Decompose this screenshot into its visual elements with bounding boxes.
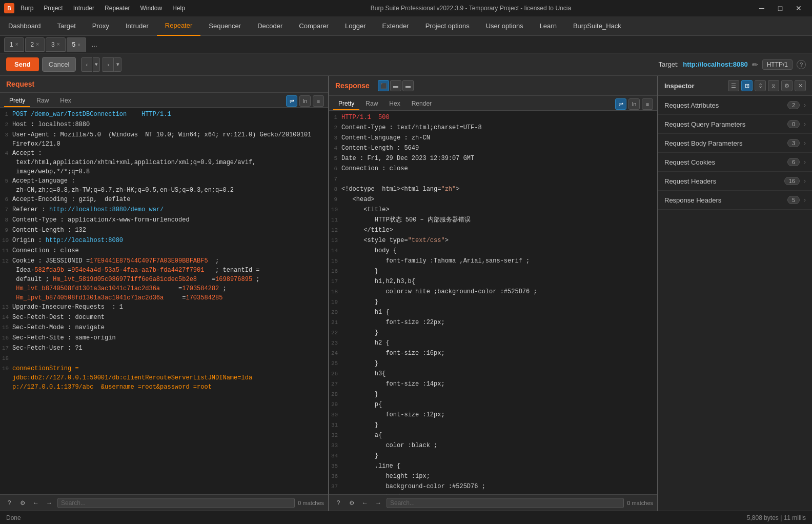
nav-extender[interactable]: Extender bbox=[374, 16, 417, 36]
toolbar: Send Cancel ‹ ▾ › ▾ Target: http://local… bbox=[0, 53, 812, 76]
send-button[interactable]: Send bbox=[6, 57, 39, 71]
request-line-13: 13 Upgrade-Insecure-Requests : 1 bbox=[0, 303, 328, 313]
nav-learn[interactable]: Learn bbox=[532, 16, 565, 36]
forward-button[interactable]: › bbox=[103, 57, 114, 72]
close-button[interactable]: ✕ bbox=[789, 1, 808, 16]
response-line-35: 35 .line { bbox=[329, 461, 657, 472]
help-icon[interactable]: ? bbox=[797, 60, 806, 69]
inspector-settings-icon[interactable]: ⚙ bbox=[781, 80, 793, 91]
request-header: Request bbox=[0, 76, 328, 93]
response-line-21: 21 font-size :22px; bbox=[329, 318, 657, 328]
inspector-item-cookies[interactable]: Request Cookies 6 › bbox=[658, 153, 812, 172]
nav-logger[interactable]: Logger bbox=[337, 16, 374, 36]
inspector-item-body-params[interactable]: Request Body Parameters 3 › bbox=[658, 134, 812, 153]
nav-user-options[interactable]: User options bbox=[478, 16, 532, 36]
response-line-16: 16 } bbox=[329, 267, 657, 277]
inspector-filter-icon[interactable]: ⧖ bbox=[768, 80, 779, 91]
request-word-wrap-icon[interactable]: ⇌ bbox=[286, 95, 297, 107]
inspector-chevron-0: › bbox=[804, 102, 806, 109]
response-ln-icon[interactable]: ln bbox=[628, 98, 640, 110]
nav-dashboard[interactable]: Dashboard bbox=[0, 16, 49, 36]
maximize-button[interactable]: □ bbox=[771, 1, 789, 16]
request-tab-hex[interactable]: Hex bbox=[55, 95, 76, 107]
response-tab-pretty[interactable]: Pretty bbox=[333, 98, 359, 110]
response-search-bar: ? ⚙ ← → 0 matches bbox=[329, 494, 657, 511]
response-tab-hex[interactable]: Hex bbox=[384, 98, 405, 110]
minimize-button[interactable]: ─ bbox=[753, 1, 771, 16]
inspector-close-icon[interactable]: ✕ bbox=[795, 80, 806, 91]
response-line-36: 36 height :1px; bbox=[329, 472, 657, 482]
view-left-icon[interactable]: ▬ bbox=[390, 80, 401, 91]
request-search-help-icon[interactable]: ? bbox=[4, 498, 14, 508]
status-size: 5,808 bytes | 11 millis bbox=[747, 514, 806, 521]
inspector-item-response-headers[interactable]: Response Headers 5 › bbox=[658, 191, 812, 210]
response-menu-icon[interactable]: ≡ bbox=[642, 98, 653, 110]
tab-3[interactable]: 3× bbox=[46, 37, 66, 52]
forward-dropdown[interactable]: ▾ bbox=[114, 57, 121, 72]
cancel-button[interactable]: Cancel bbox=[42, 57, 76, 72]
http-version-badge[interactable]: HTTP/1 bbox=[762, 59, 793, 70]
inspector-chevron-4: › bbox=[804, 177, 806, 185]
request-search-forward-icon[interactable]: → bbox=[44, 498, 54, 508]
response-line-2: 2 Content-Type : text/html;charset=UTF-8 bbox=[329, 123, 657, 133]
titlebar: B Burp Project Intruder Repeater Window … bbox=[0, 0, 812, 16]
nav-proxy[interactable]: Proxy bbox=[84, 16, 117, 36]
request-ln-icon[interactable]: ln bbox=[299, 95, 311, 107]
inspector-count-response-headers: 5 bbox=[787, 196, 800, 204]
request-tab-raw[interactable]: Raw bbox=[31, 95, 54, 107]
back-button[interactable]: ‹ bbox=[81, 57, 92, 72]
response-search-settings-icon[interactable]: ⚙ bbox=[347, 498, 357, 508]
response-word-wrap-icon[interactable]: ⇌ bbox=[615, 98, 626, 110]
nav-project-options[interactable]: Project options bbox=[417, 16, 478, 36]
request-menu-icon[interactable]: ≡ bbox=[313, 95, 324, 107]
request-panel: Request Pretty Raw Hex ⇌ ln ≡ 1 POST /de… bbox=[0, 76, 329, 511]
inspector-align-icon[interactable]: ⇕ bbox=[755, 80, 766, 91]
request-search-settings-icon[interactable]: ⚙ bbox=[17, 498, 28, 508]
response-search-help-icon[interactable]: ? bbox=[333, 498, 343, 508]
menu-intruder[interactable]: Intruder bbox=[69, 3, 98, 14]
nav-decoder[interactable]: Decoder bbox=[249, 16, 291, 36]
tab-5-close[interactable]: × bbox=[77, 42, 80, 48]
menu-help[interactable]: Help bbox=[168, 3, 189, 14]
tab-2[interactable]: 2× bbox=[25, 37, 45, 52]
nav-intruder[interactable]: Intruder bbox=[117, 16, 157, 36]
response-matches-text: 0 matches bbox=[627, 500, 653, 506]
response-tab-render[interactable]: Render bbox=[407, 98, 437, 110]
edit-target-icon[interactable]: ✏ bbox=[752, 61, 758, 69]
request-search-back-icon[interactable]: ← bbox=[31, 498, 41, 508]
tab-1-close[interactable]: × bbox=[15, 42, 18, 47]
menu-repeater[interactable]: Repeater bbox=[100, 3, 134, 14]
request-line-9: 9 Content-Length : 132 bbox=[0, 226, 328, 236]
response-search-input[interactable] bbox=[387, 498, 624, 508]
window-title: Burp Suite Professional v2022.3.9 - Temp… bbox=[371, 5, 571, 12]
inspector-item-request-attributes[interactable]: Request Attributes 2 › bbox=[658, 96, 812, 115]
menu-burp[interactable]: Burp bbox=[16, 3, 37, 14]
inspector-item-query-params[interactable]: Request Query Parameters 0 › bbox=[658, 115, 812, 134]
view-split-icon[interactable]: ⬛ bbox=[378, 80, 389, 91]
response-search-forward-icon[interactable]: → bbox=[373, 498, 383, 508]
tab-1[interactable]: 1× bbox=[4, 37, 24, 52]
tab-3-close[interactable]: × bbox=[57, 42, 60, 47]
response-search-back-icon[interactable]: ← bbox=[360, 498, 370, 508]
tab-more[interactable]: … bbox=[87, 41, 102, 48]
menu-window[interactable]: Window bbox=[136, 3, 166, 14]
tab-2-close[interactable]: × bbox=[36, 42, 39, 47]
nav-repeater[interactable]: Repeater bbox=[157, 16, 200, 36]
response-line-4: 4 Content-Length : 5649 bbox=[329, 144, 657, 154]
response-tab-raw[interactable]: Raw bbox=[360, 98, 383, 110]
request-search-input[interactable] bbox=[57, 498, 295, 508]
nav-comparer[interactable]: Comparer bbox=[291, 16, 337, 36]
view-right-icon[interactable]: ▬ bbox=[402, 80, 414, 91]
back-dropdown[interactable]: ▾ bbox=[93, 57, 100, 72]
response-sub-tabs: Pretty Raw Hex Render ⇌ ln ≡ bbox=[329, 96, 657, 111]
nav-target[interactable]: Target bbox=[49, 16, 84, 36]
request-tab-pretty[interactable]: Pretty bbox=[4, 95, 30, 107]
nav-burpsuite-hack[interactable]: BurpSuite_Hack bbox=[565, 16, 630, 36]
inspector-item-request-headers[interactable]: Request Headers 16 › bbox=[658, 172, 812, 191]
tab-5[interactable]: 5× bbox=[67, 37, 87, 52]
menu-project[interactable]: Project bbox=[39, 3, 67, 14]
response-line-3: 3 Content-Language : zh-CN bbox=[329, 133, 657, 144]
nav-sequencer[interactable]: Sequencer bbox=[200, 16, 249, 36]
inspector-grid-icon[interactable]: ⊞ bbox=[741, 80, 753, 91]
inspector-list-icon[interactable]: ☰ bbox=[728, 80, 739, 91]
